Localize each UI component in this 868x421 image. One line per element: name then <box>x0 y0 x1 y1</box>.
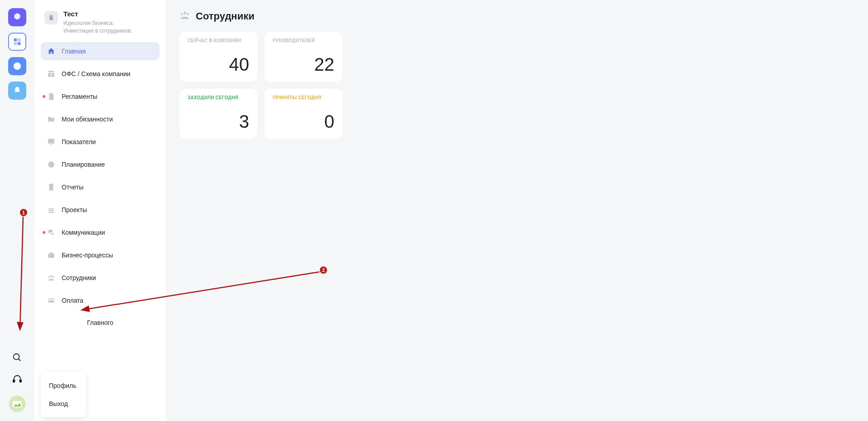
popup-item-logout[interactable]: Выход <box>41 395 86 413</box>
stat-value: 22 <box>273 55 334 73</box>
rail-icon-app1[interactable] <box>8 8 26 26</box>
hexagon-icon <box>12 12 22 22</box>
stat-label: ЗАХОДИЛИ СЕГОДНЯ <box>188 95 249 100</box>
svg-rect-13 <box>52 16 52 17</box>
svg-rect-8 <box>20 380 22 382</box>
stat-value: 40 <box>188 55 249 73</box>
notification-dot <box>43 95 45 98</box>
svg-point-4 <box>14 63 21 70</box>
svg-rect-14 <box>50 17 51 18</box>
nav-label: Планирование <box>62 161 105 168</box>
nav-item-payment[interactable]: Оплата <box>41 291 159 310</box>
avatar[interactable] <box>9 396 25 412</box>
stat-card-in-company: СЕЙЧАС В КОМПАНИИ 40 <box>179 32 257 82</box>
search-icon[interactable] <box>12 352 23 363</box>
nav-label: Отчеты <box>62 184 83 191</box>
company-subtitle: Идеология бизнеса. Инвестиции в сотрудни… <box>63 19 132 35</box>
nav-label: Главная <box>62 48 86 55</box>
nav-item-home[interactable]: Главная <box>41 42 159 60</box>
card-icon <box>47 296 55 305</box>
nav-label-suffix: Главного <box>87 319 113 326</box>
svg-rect-0 <box>14 39 17 41</box>
svg-point-5 <box>14 354 19 360</box>
svg-rect-1 <box>18 39 20 41</box>
stat-label: РУКОВОДИТЕЛЕЙ <box>273 38 334 43</box>
nav-item-employees[interactable]: Сотрудники <box>41 269 159 287</box>
svg-rect-2 <box>14 42 17 45</box>
annotation-badge-2: 2 <box>320 266 327 274</box>
nav-label: Коммуникации <box>62 229 105 236</box>
stat-card-logged-today: ЗАХОДИЛИ СЕГОДНЯ 3 <box>179 89 257 139</box>
nav-label: Показатели <box>62 138 96 145</box>
nav-label: ОФС / Схема компании <box>62 70 130 77</box>
svg-rect-29 <box>48 299 54 300</box>
svg-rect-20 <box>51 144 52 145</box>
stat-value: 0 <box>273 112 334 131</box>
nav-item-metrics[interactable]: Показатели <box>41 133 159 151</box>
company-icon <box>44 11 58 24</box>
notification-dot <box>43 231 45 234</box>
rail-icon-app2[interactable] <box>8 33 26 51</box>
people-icon <box>179 10 190 23</box>
squares-icon <box>12 37 22 47</box>
svg-rect-17 <box>48 73 51 77</box>
svg-point-31 <box>181 13 183 15</box>
nav-label: Бизнес-процессы <box>62 252 113 259</box>
svg-point-27 <box>53 276 54 277</box>
nav-item-reports[interactable]: Отчеты <box>41 178 159 196</box>
compass-icon <box>12 61 22 71</box>
nav-item-main-cabinet[interactable]: Главного <box>41 314 159 331</box>
svg-point-25 <box>50 275 53 277</box>
avatar-image-icon <box>9 396 25 412</box>
stat-card-hired-today: ПРИНЯТЫ СЕГОДНЯ 0 <box>265 89 342 139</box>
stat-value: 3 <box>188 112 249 131</box>
nav-item-communications[interactable]: Коммуникации <box>41 223 159 242</box>
svg-rect-19 <box>48 139 54 144</box>
nav-item-duties[interactable]: Мои обязанности <box>41 110 159 128</box>
stat-label: ПРИНЯТЫ СЕГОДНЯ <box>273 95 334 100</box>
svg-rect-3 <box>18 42 20 45</box>
nav-label: Сотрудники <box>62 274 96 281</box>
stat-card-managers: РУКОВОДИТЕЛЕЙ 22 <box>265 32 342 82</box>
svg-rect-16 <box>48 71 54 72</box>
svg-rect-15 <box>52 17 52 18</box>
page-title: Сотрудники <box>196 10 255 22</box>
nav-item-projects[interactable]: Проекты <box>41 201 159 219</box>
svg-rect-24 <box>50 252 53 254</box>
icon-rail <box>0 0 34 421</box>
svg-rect-18 <box>52 73 54 77</box>
svg-rect-7 <box>13 380 15 382</box>
rail-icon-app4[interactable] <box>8 82 26 100</box>
nav-label: Проекты <box>62 206 87 213</box>
chart-icon <box>47 138 55 146</box>
headset-icon[interactable] <box>12 374 23 385</box>
report-icon <box>47 183 55 191</box>
sidebar: Тест Идеология бизнеса. Инвестиции в сот… <box>34 0 166 421</box>
people-icon <box>47 274 55 282</box>
stats-grid: СЕЙЧАС В КОМПАНИИ 40 РУКОВОДИТЕЛЕЙ 22 ЗА… <box>179 32 854 139</box>
svg-rect-11 <box>50 15 53 20</box>
svg-rect-22 <box>49 184 53 190</box>
svg-point-30 <box>183 12 186 15</box>
company-header: Тест Идеология бизнеса. Инвестиции в сот… <box>41 8 159 42</box>
folder-icon <box>47 115 55 123</box>
nav-item-ofs[interactable]: ОФС / Схема компании <box>41 65 159 83</box>
doc-icon <box>47 92 55 101</box>
stat-label: СЕЙЧАС В КОМПАНИИ <box>188 38 249 43</box>
rail-icon-app3[interactable] <box>8 57 26 75</box>
bell-icon <box>12 86 22 96</box>
layers-icon <box>47 206 55 214</box>
chat-icon <box>47 228 55 237</box>
page-title-row: Сотрудники <box>179 10 854 23</box>
svg-point-26 <box>48 276 50 277</box>
svg-point-21 <box>48 161 54 168</box>
svg-rect-12 <box>50 16 51 17</box>
nav-item-planning[interactable]: Планирование <box>41 155 159 174</box>
popup-item-profile[interactable]: Профиль <box>41 377 86 395</box>
nav-item-processes[interactable]: Бизнес-процессы <box>41 246 159 264</box>
nav-item-regulations[interactable]: Регламенты <box>41 87 159 106</box>
svg-point-32 <box>187 13 189 15</box>
company-name: Тест <box>63 10 132 18</box>
home-icon <box>47 47 55 55</box>
grid-icon <box>47 70 55 78</box>
